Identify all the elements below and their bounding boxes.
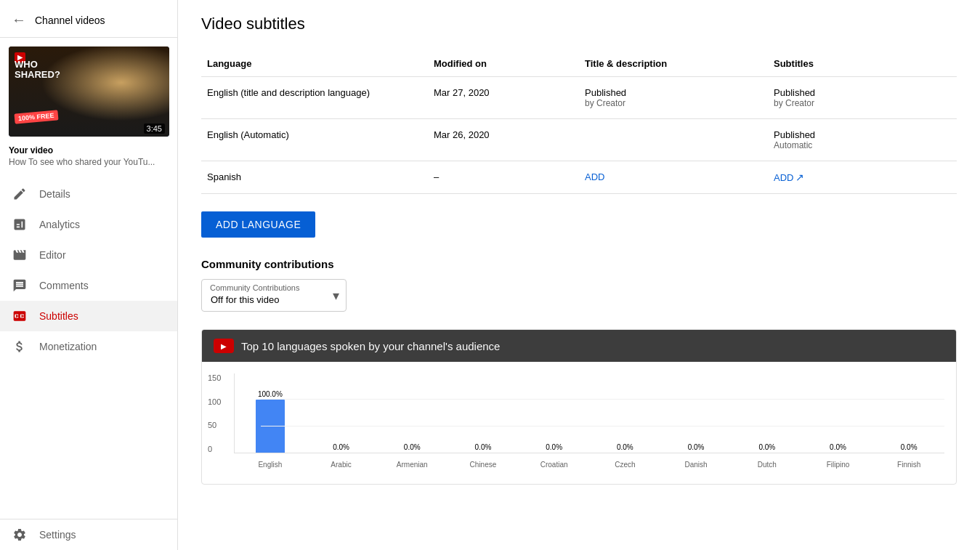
details-icon xyxy=(12,186,28,202)
bar-lang-label: Dutch xyxy=(758,461,777,469)
bar-group: 0.0%Czech xyxy=(590,373,661,453)
nav-items: Details Analytics Editor Comments Subtit… xyxy=(0,176,177,365)
sidebar-item-comments[interactable]: Comments xyxy=(0,270,177,301)
sidebar-item-analytics[interactable]: Analytics xyxy=(0,209,177,240)
row2-title-status xyxy=(579,119,768,161)
sidebar-item-monetization-label: Monetization xyxy=(39,341,97,352)
add-language-button[interactable]: ADD LANGUAGE xyxy=(201,211,315,238)
community-dropdown-container: Community Contributions Off for this vid… xyxy=(201,279,347,312)
sidebar-item-subtitles[interactable]: Subtitles xyxy=(0,301,177,331)
bar-value-label: 0.0% xyxy=(546,443,562,451)
bar-group: 0.0%Filipino xyxy=(803,373,874,453)
external-link-icon: ↗ xyxy=(795,171,804,183)
bar-group: 0.0%Finnish xyxy=(873,373,944,453)
bar-group: 0.0%Croatian xyxy=(519,373,590,453)
bar-value-label: 0.0% xyxy=(617,443,633,451)
row2-subtitles-status: Published Automatic xyxy=(768,119,957,161)
monetization-icon xyxy=(12,339,28,355)
community-contributions-title: Community contributions xyxy=(201,258,957,270)
sidebar-item-subtitles-label: Subtitles xyxy=(39,310,78,322)
chart-grid: 150 100 50 0 100.0%English0.0%Arabic0.0%… xyxy=(208,373,944,475)
chart-body: 150 100 50 0 100.0%English0.0%Arabic0.0%… xyxy=(202,362,956,484)
chart-title: Top 10 languages spoken by your channel'… xyxy=(241,340,500,352)
thumbnail-overlay-text: WHO SHARED? xyxy=(15,60,60,81)
row2-language: English (Automatic) xyxy=(201,119,428,161)
grid-line xyxy=(261,399,944,400)
row1-subtitles-status: Published by Creator xyxy=(768,77,957,119)
video-title: How To see who shared your YouTu... xyxy=(9,157,169,167)
bar-rect xyxy=(256,400,285,453)
row3-subtitles-add: ADD ↗ xyxy=(768,161,957,194)
sidebar-header: ← Channel videos xyxy=(0,0,177,38)
chart-bars-area: 100.0%English0.0%Arabic0.0%Armenian0.0%C… xyxy=(234,373,944,453)
bar-lang-label: Croatian xyxy=(540,461,568,469)
y-label-100: 100 xyxy=(208,397,221,406)
community-section: Community contributions Community Contri… xyxy=(201,258,957,312)
table-row: Spanish – ADD ADD ↗ xyxy=(201,161,957,194)
bar-value-label: 0.0% xyxy=(830,443,846,451)
sidebar-item-editor-label: Editor xyxy=(39,249,66,261)
video-thumbnail: ▶ WHO SHARED? 100% FREE 3:45 xyxy=(9,46,169,137)
bar-value-label: 100.0% xyxy=(258,390,283,398)
bar-group: 0.0%Dutch xyxy=(732,373,803,453)
table-row: English (Automatic) Mar 26, 2020 Publish… xyxy=(201,119,957,161)
row3-language: Spanish xyxy=(201,161,428,194)
channel-videos-label: Channel videos xyxy=(35,15,105,26)
row3-title-add: ADD xyxy=(579,161,768,194)
row1-language: English (title and description language) xyxy=(201,77,428,119)
sidebar-item-monetization[interactable]: Monetization xyxy=(0,331,177,362)
bar-group: 0.0%Danish xyxy=(660,373,732,453)
row1-title-status: Published by Creator xyxy=(579,77,768,119)
sidebar-item-comments-label: Comments xyxy=(39,280,89,291)
y-label-150: 150 xyxy=(208,373,221,382)
bar-group: 0.0%Arabic xyxy=(306,373,377,453)
row1-modified: Mar 27, 2020 xyxy=(428,77,579,119)
bar-lang-label: Armenian xyxy=(397,461,428,469)
sidebar-item-details-label: Details xyxy=(39,188,70,200)
bar-lang-label: Czech xyxy=(615,461,635,469)
youtube-icon xyxy=(214,339,234,353)
table-row: English (title and description language)… xyxy=(201,77,957,119)
sidebar-item-settings[interactable]: Settings xyxy=(0,519,177,550)
sidebar-item-details[interactable]: Details xyxy=(0,179,177,209)
bar-group: 0.0%Armenian xyxy=(376,373,448,453)
analytics-icon xyxy=(12,217,28,232)
y-label-0: 0 xyxy=(208,445,221,453)
add-title-link[interactable]: ADD xyxy=(585,171,604,182)
y-label-50: 50 xyxy=(208,421,221,429)
bar-value-label: 0.0% xyxy=(404,443,421,451)
editor-icon xyxy=(12,247,28,263)
free-badge: 100% FREE xyxy=(15,110,59,124)
comments-icon xyxy=(12,278,28,294)
col-header-language: Language xyxy=(201,51,428,77)
chart-section: Top 10 languages spoken by your channel'… xyxy=(201,329,957,485)
page-title: Video subtitles xyxy=(201,15,957,33)
bar-lang-label: Chinese xyxy=(470,461,497,469)
bar-value-label: 0.0% xyxy=(758,443,775,451)
sidebar-item-analytics-label: Analytics xyxy=(39,219,80,230)
col-header-modified: Modified on xyxy=(428,51,579,77)
col-header-title: Title & description xyxy=(579,51,768,77)
col-header-subtitles: Subtitles xyxy=(768,51,957,77)
sidebar-item-editor[interactable]: Editor xyxy=(0,240,177,270)
subtitles-icon xyxy=(12,308,28,324)
main-content: Video subtitles Language Modified on Tit… xyxy=(178,0,980,550)
bar-lang-label: Danish xyxy=(684,461,707,469)
grid-line xyxy=(261,426,944,426)
video-info: Your video How To see who shared your Yo… xyxy=(0,142,177,176)
row2-modified: Mar 26, 2020 xyxy=(428,119,579,161)
bar-lang-label: Arabic xyxy=(331,461,351,469)
bar-value-label: 0.0% xyxy=(901,443,918,451)
bar-group: 0.0%Chinese xyxy=(448,373,519,453)
dropdown-label: Community Contributions xyxy=(210,283,300,292)
bar-lang-label: English xyxy=(258,461,282,469)
settings-icon xyxy=(12,527,28,543)
back-button[interactable]: ← xyxy=(12,12,26,28)
video-thumbnail-container: ▶ WHO SHARED? 100% FREE 3:45 xyxy=(0,38,177,142)
add-subtitles-link[interactable]: ADD ↗ xyxy=(774,171,804,183)
bar-value-label: 0.0% xyxy=(333,443,349,451)
subtitles-table: Language Modified on Title & description… xyxy=(201,51,957,194)
bar-lang-label: Filipino xyxy=(827,461,850,469)
row3-modified: – xyxy=(428,161,579,194)
bar-value-label: 0.0% xyxy=(688,443,705,451)
